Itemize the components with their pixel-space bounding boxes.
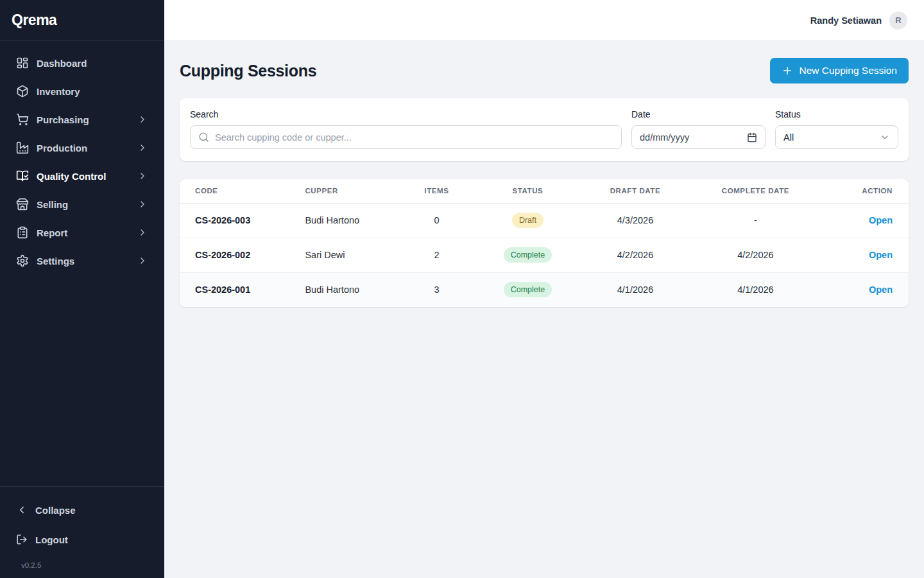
chevron-right-icon	[137, 256, 148, 266]
sidebar-item-label: Report	[37, 227, 137, 238]
dashboard-icon	[16, 57, 29, 69]
avatar-initial: R	[895, 15, 901, 25]
chevron-right-icon	[137, 114, 148, 125]
date-label: Date	[631, 109, 766, 119]
store-icon	[16, 198, 29, 211]
date-placeholder: dd/mm/yyyy	[640, 132, 689, 143]
sidebar-item-production[interactable]: Production	[8, 135, 157, 161]
app-version: v0.2.5	[8, 556, 157, 569]
chevron-right-icon	[137, 143, 148, 153]
sidebar-item-report[interactable]: Report	[8, 220, 157, 245]
package-icon	[16, 85, 29, 98]
cart-icon	[16, 113, 29, 126]
status-badge: Complete	[504, 282, 552, 297]
column-header-status: Status	[475, 179, 581, 203]
date-filter: Date dd/mm/yyyy	[631, 109, 766, 149]
cell-status: Complete	[475, 238, 581, 272]
plus-icon	[782, 65, 793, 76]
cell-items: 3	[398, 272, 475, 307]
table-header-row: Code Cupper Items Status Draft Date Comp…	[180, 179, 909, 203]
sidebar-item-label: Dashboard	[37, 58, 148, 69]
sidebar-nav: Dashboard Inventory Purchasing Productio…	[0, 41, 164, 486]
book-check-icon	[16, 170, 29, 182]
sidebar-item-settings[interactable]: Settings	[8, 248, 157, 274]
logout-button[interactable]: Logout	[8, 527, 157, 552]
chevron-down-icon	[880, 132, 890, 143]
search-filter: Search	[190, 109, 622, 149]
sidebar-item-selling[interactable]: Selling	[8, 191, 157, 217]
column-header-action: Action	[821, 179, 909, 203]
chevron-right-icon	[137, 227, 148, 238]
page-title: Cupping Sessions	[180, 62, 316, 80]
cell-complete-date: 4/2/2026	[690, 238, 821, 272]
search-input-wrapper	[190, 125, 622, 149]
cell-action: Open	[821, 272, 909, 307]
brand-name: Qrema	[12, 12, 56, 29]
new-cupping-session-button[interactable]: New Cupping Session	[770, 58, 909, 83]
search-icon	[198, 132, 209, 143]
cell-code: CS-2026-002	[180, 238, 300, 272]
calendar-icon[interactable]	[747, 132, 757, 143]
column-header-cupper: Cupper	[300, 179, 398, 203]
open-link[interactable]: Open	[869, 215, 893, 225]
new-cupping-session-label: New Cupping Session	[799, 65, 897, 76]
sessions-table: Code Cupper Items Status Draft Date Comp…	[180, 179, 909, 307]
sidebar-item-purchasing[interactable]: Purchasing	[8, 107, 157, 132]
cell-complete-date: 4/1/2026	[690, 272, 821, 307]
status-label: Status	[775, 109, 898, 119]
search-label: Search	[190, 109, 622, 119]
logout-icon	[16, 534, 28, 545]
collapse-button[interactable]: Collapse	[8, 497, 157, 523]
sidebar-item-label: Production	[37, 143, 137, 153]
cell-cupper: Budi Hartono	[300, 203, 398, 238]
cell-action: Open	[821, 203, 909, 238]
cell-code: CS-2026-001	[180, 272, 300, 307]
table-row: CS-2026-002 Sari Dewi 2 Complete 4/2/202…	[180, 238, 909, 272]
user-name: Randy Setiawan	[810, 15, 882, 26]
status-filter: Status All	[775, 109, 898, 149]
page-content: Cupping Sessions New Cupping Session Sea…	[164, 41, 924, 307]
sidebar-item-dashboard[interactable]: Dashboard	[8, 50, 157, 76]
column-header-code: Code	[180, 179, 300, 203]
sidebar-item-label: Settings	[37, 256, 137, 267]
topbar: Randy Setiawan R	[164, 0, 924, 41]
search-input[interactable]	[215, 132, 613, 143]
cell-draft-date: 4/1/2026	[581, 272, 690, 307]
brand-logo: Qrema	[0, 0, 164, 41]
column-header-complete-date: Complete Date	[690, 179, 821, 203]
sidebar-item-label: Purchasing	[37, 114, 137, 125]
cell-items: 0	[398, 203, 475, 238]
table-row: CS-2026-001 Budi Hartono 3 Complete 4/1/…	[180, 272, 909, 307]
sidebar: Qrema Dashboard Inventory Purchasing	[0, 0, 164, 578]
filter-panel: Search Date dd/mm/yyyy Stat	[180, 98, 909, 161]
cell-draft-date: 4/3/2026	[581, 203, 690, 238]
open-link[interactable]: Open	[869, 250, 893, 260]
sessions-table-card: Code Cupper Items Status Draft Date Comp…	[180, 179, 909, 307]
cell-status: Complete	[475, 272, 581, 307]
status-badge: Draft	[512, 213, 543, 228]
chevron-right-icon	[137, 171, 148, 181]
open-link[interactable]: Open	[869, 285, 893, 295]
date-input[interactable]: dd/mm/yyyy	[631, 125, 766, 149]
sidebar-footer: Collapse Logout v0.2.5	[0, 486, 164, 578]
sidebar-item-label: Selling	[37, 199, 137, 210]
chevron-right-icon	[137, 199, 148, 209]
cell-items: 2	[398, 238, 475, 272]
sidebar-item-quality-control[interactable]: Quality Control	[8, 163, 157, 189]
factory-icon	[16, 141, 29, 154]
cell-status: Draft	[475, 203, 581, 238]
main-area: Randy Setiawan R Cupping Sessions New Cu…	[164, 0, 924, 578]
cell-cupper: Sari Dewi	[300, 238, 398, 272]
column-header-items: Items	[398, 179, 475, 203]
sidebar-item-inventory[interactable]: Inventory	[8, 78, 157, 104]
status-select[interactable]: All	[775, 125, 898, 149]
column-header-draft-date: Draft Date	[581, 179, 690, 203]
sidebar-item-label: Quality Control	[37, 171, 137, 182]
chevron-left-icon	[16, 504, 28, 516]
avatar[interactable]: R	[889, 12, 907, 30]
collapse-label: Collapse	[35, 505, 148, 516]
cell-draft-date: 4/2/2026	[581, 238, 690, 272]
sidebar-item-label: Inventory	[37, 86, 148, 97]
cell-complete-date: -	[690, 203, 821, 238]
page-header: Cupping Sessions New Cupping Session	[180, 58, 909, 83]
